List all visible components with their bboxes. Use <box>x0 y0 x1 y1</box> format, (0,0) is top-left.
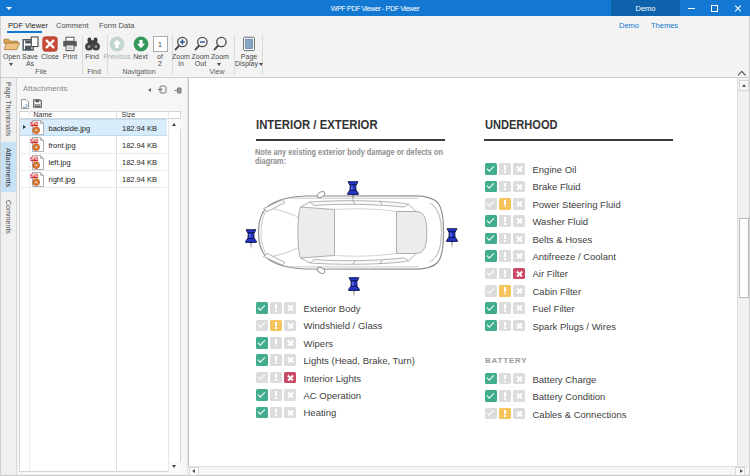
svg-text:JPG: JPG <box>30 174 37 178</box>
svg-text:JPG: JPG <box>30 157 37 161</box>
svg-text:JPG: JPG <box>30 122 37 126</box>
svg-text:JPG: JPG <box>30 140 37 144</box>
